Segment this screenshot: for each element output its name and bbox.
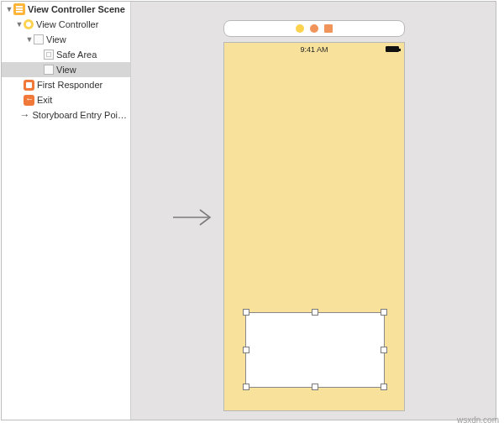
view-icon [44, 65, 54, 75]
resize-handle[interactable] [381, 309, 387, 316]
battery-icon [386, 46, 399, 52]
exit-icon [24, 95, 34, 106]
outline-label: Safe Area [56, 50, 97, 60]
outline-first-responder[interactable]: First Responder [2, 77, 130, 92]
resize-handle[interactable] [381, 384, 387, 390]
outline-entry-point[interactable]: → Storyboard Entry Poi… [2, 107, 130, 123]
watermark: wsxdn.com [457, 415, 499, 425]
scene-dock[interactable] [223, 20, 405, 37]
outline-label: Exit [37, 95, 52, 105]
disclosure-triangle-icon[interactable]: ▼ [5, 5, 13, 13]
status-bar: 9:41 AM [224, 43, 404, 56]
outline-label: Storyboard Entry Poi… [33, 110, 128, 120]
view-icon [34, 34, 44, 44]
safe-area-icon [44, 50, 54, 60]
scene-container[interactable]: 9:41 AM [223, 20, 405, 411]
outline-exit[interactable]: Exit [2, 92, 130, 107]
outline-view-controller[interactable]: ▼ View Controller [2, 17, 130, 32]
device-root-view[interactable]: 9:41 AM [223, 42, 405, 411]
resize-handle[interactable] [312, 309, 318, 316]
resize-handle[interactable] [243, 347, 249, 353]
status-bar-time: 9:41 AM [300, 45, 328, 54]
outline-label: View Controller [36, 19, 98, 29]
selected-subview[interactable] [246, 313, 384, 387]
scene-icon [13, 3, 25, 15]
resize-handle[interactable] [381, 347, 387, 353]
disclosure-triangle-icon[interactable]: ▼ [25, 35, 34, 44]
storyboard-entry-arrow-icon [171, 207, 217, 227]
first-responder-icon [24, 80, 34, 91]
outline-label: View [46, 34, 66, 44]
first-responder-dock-icon[interactable] [310, 24, 318, 33]
exit-dock-icon[interactable] [324, 24, 333, 33]
entry-point-arrow-icon: → [19, 109, 30, 121]
outline-child-view[interactable]: View [2, 62, 130, 77]
editor-frame: ▼ View Controller Scene ▼ View Controlle… [1, 1, 496, 420]
outline-safe-area[interactable]: Safe Area [2, 47, 130, 62]
resize-handle[interactable] [243, 309, 249, 316]
outline-label: First Responder [37, 80, 102, 90]
outline-scene[interactable]: ▼ View Controller Scene [2, 2, 130, 17]
outline-root-view[interactable]: ▼ View [2, 32, 130, 47]
outline-label: View [56, 65, 76, 75]
resize-handle[interactable] [312, 384, 318, 390]
disclosure-triangle-icon[interactable]: ▼ [15, 20, 24, 29]
storyboard-canvas[interactable]: 9:41 AM [131, 2, 496, 420]
outline-label: View Controller Scene [28, 4, 125, 14]
view-controller-dock-icon[interactable] [296, 24, 304, 33]
view-controller-icon [24, 19, 34, 29]
document-outline[interactable]: ▼ View Controller Scene ▼ View Controlle… [2, 2, 131, 420]
resize-handle[interactable] [243, 384, 249, 390]
